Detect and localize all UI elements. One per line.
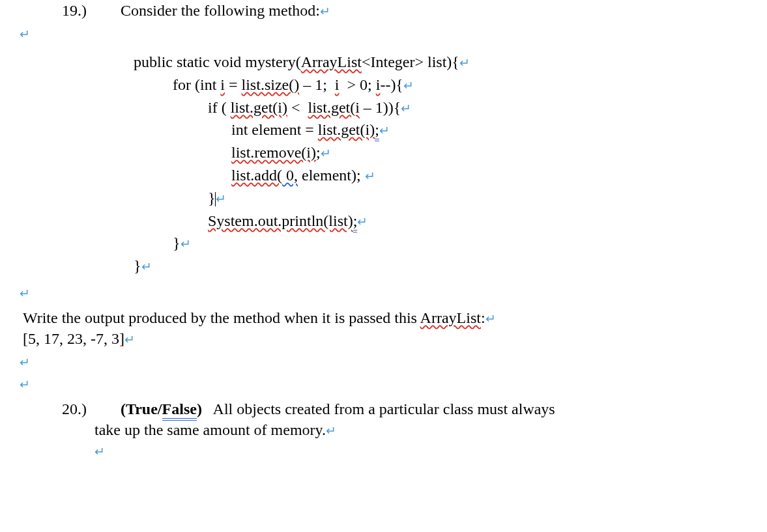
q19-prompt-text: Consider the following method: bbox=[121, 2, 320, 19]
newline-icon: ↵ bbox=[20, 285, 756, 302]
newline-icon: ↵ bbox=[94, 445, 105, 458]
code-line-3: if ( list.get(i) < list.get(i – 1)){↵ bbox=[134, 96, 756, 119]
output-prompt-text-c: : bbox=[481, 309, 485, 326]
newline-icon: ↵ bbox=[20, 26, 756, 43]
newline-icon: ↵ bbox=[379, 124, 390, 137]
newline-icon: ↵ bbox=[321, 147, 331, 160]
question-20-blank: ↵ bbox=[94, 440, 756, 461]
newline-icon: ↵ bbox=[141, 260, 152, 273]
newline-icon: ↵ bbox=[403, 79, 414, 92]
code-line-10: }↵ bbox=[134, 255, 756, 277]
code-line-6: list.add( 0, element); ↵ bbox=[134, 164, 756, 187]
newline-icon: ↵ bbox=[326, 424, 336, 438]
newline-icon: ↵ bbox=[401, 102, 411, 115]
q20-text-a: All objects created from a particular cl… bbox=[213, 400, 555, 417]
code-line-4: int element = list.get(i);↵ bbox=[134, 119, 756, 141]
question-20-line2: take up the same amount of memory.↵ bbox=[94, 419, 756, 440]
newline-icon: ↵ bbox=[365, 169, 375, 183]
input-list: [5, 17, 23, -7, 3]↵ bbox=[23, 328, 756, 349]
question-19-row: 19.) Consider the following method:↵ bbox=[62, 0, 756, 21]
code-line-1: public static void mystery(ArrayList<Int… bbox=[134, 51, 756, 74]
tf-false: False bbox=[162, 400, 197, 421]
newline-icon: ↵ bbox=[485, 312, 496, 326]
question-19-prompt: Consider the following method:↵ bbox=[121, 0, 756, 21]
output-prompt-text-a: Write the output produced by the method … bbox=[23, 309, 420, 326]
code-line-2: for (int i = list.size() – 1; i > 0; i--… bbox=[134, 74, 756, 96]
code-line-8: System.out.println(list);↵ bbox=[134, 210, 756, 232]
code-line-7: }↵ bbox=[134, 187, 756, 210]
newline-icon: ↵ bbox=[20, 354, 756, 371]
newline-icon: ↵ bbox=[357, 215, 368, 229]
newline-icon: ↵ bbox=[20, 376, 756, 393]
code-line-5: list.remove(i);↵ bbox=[134, 141, 756, 164]
question-20-number: 20.) bbox=[62, 399, 121, 419]
newline-icon: ↵ bbox=[320, 5, 330, 18]
newline-icon: ↵ bbox=[459, 56, 470, 70]
output-prompt-text-b: ArrayList bbox=[420, 309, 481, 326]
newline-icon: ↵ bbox=[124, 333, 135, 346]
newline-icon: ↵ bbox=[216, 192, 226, 206]
code-block: public static void mystery(ArrayList<Int… bbox=[134, 51, 756, 277]
question-19-number: 19.) bbox=[62, 0, 121, 21]
output-prompt: Write the output produced by the method … bbox=[23, 307, 756, 328]
code-line-9: }↵ bbox=[134, 232, 756, 255]
tf-close: ) bbox=[197, 400, 202, 417]
q20-text-b: take up the same amount of memory. bbox=[94, 421, 326, 438]
question-20-row: 20.) (True/False) All objects created fr… bbox=[62, 399, 756, 419]
tf-open: (True/ bbox=[121, 400, 162, 417]
newline-icon: ↵ bbox=[181, 237, 191, 251]
question-20-text: (True/False) All objects created from a … bbox=[121, 399, 756, 419]
input-list-text: [5, 17, 23, -7, 3] bbox=[23, 330, 124, 347]
